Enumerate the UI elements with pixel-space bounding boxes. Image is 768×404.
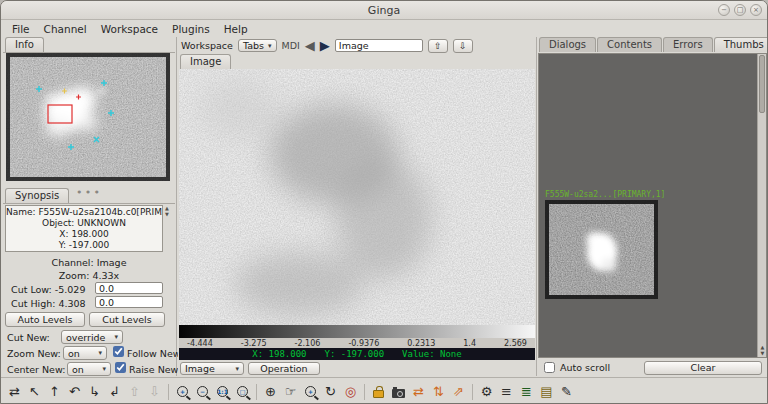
swap-axes-icon[interactable]: ⇗ — [449, 382, 468, 402]
window-maximize-button[interactable]: □ — [734, 4, 746, 16]
next-image-button[interactable]: ▶ — [320, 39, 330, 52]
channel-operation-bar: Image Operation — [178, 361, 536, 376]
pan-up-icon[interactable]: ↑ — [45, 382, 64, 402]
object-line: Object: UNKNOWN — [6, 218, 162, 229]
tab-info[interactable]: Info — [5, 37, 44, 52]
workspace-mode-select[interactable]: Tabs — [238, 39, 277, 52]
flip-vertical-icon[interactable]: ⇅ — [429, 382, 448, 402]
tab-thumbs[interactable]: Thumbs — [714, 37, 768, 52]
image-name-line: Name: F555W-u2sa2104b.c0[PRIMAR — [6, 207, 162, 218]
menu-channel[interactable]: Channel — [37, 22, 94, 36]
auto-levels-button[interactable]: Auto Levels — [5, 312, 85, 327]
take-tab-button[interactable]: ⇧ — [428, 39, 448, 53]
cut-levels-button[interactable]: Cut Levels — [89, 312, 165, 327]
tab-synopsis[interactable]: Synopsis — [5, 188, 69, 203]
camera-icon[interactable] — [389, 382, 408, 402]
auto-scroll-checkbox[interactable] — [544, 362, 555, 373]
preferences-icon[interactable]: ≡ — [497, 382, 516, 402]
tab-image-channel[interactable]: Image — [180, 54, 231, 69]
thumbs-scroll-arrows[interactable]: ▲▼ — [758, 344, 767, 356]
cut-high-input[interactable] — [95, 296, 163, 308]
colorbar-ticks: -4.444-3.275-2.106-0.93760.23131.42.569 — [179, 338, 535, 348]
cut-new-select[interactable]: override — [61, 330, 123, 344]
bottom-toolbar: ⇄↖↑↶↳↲⇧⇩+−1:1□⊕☞+↻◎⇄⇅⇗⚙≡≣▤✎ — [1, 377, 768, 404]
image-canvas[interactable] — [179, 69, 535, 325]
thumbnail-label: F555W-u2sa2...[PRIMARY,1] — [545, 190, 665, 199]
center-new-select[interactable]: on — [67, 362, 111, 376]
put-tab-button[interactable]: ⇩ — [453, 39, 473, 53]
info-pan-preview[interactable] — [6, 53, 170, 181]
redo-pan-icon[interactable]: ↳ — [85, 382, 104, 402]
status-x: X: 198.000 — [252, 349, 306, 359]
menu-plugins[interactable]: Plugins — [165, 22, 217, 36]
operation-button[interactable]: Operation — [248, 362, 320, 375]
right-splitter[interactable] — [536, 37, 537, 376]
rotate-icon[interactable]: ↻ — [321, 382, 340, 402]
left-splitter[interactable] — [176, 37, 177, 376]
window-controls: − □ × — [718, 4, 762, 16]
tag-icon[interactable]: ▤ — [537, 382, 556, 402]
zoom-out-icon[interactable]: − — [193, 382, 212, 402]
center-new-label: Center New: — [7, 364, 65, 375]
zoom-1to1-icon[interactable]: 1:1 — [213, 382, 232, 402]
clear-button[interactable]: Clear — [644, 361, 762, 375]
pan-to-origin-icon[interactable]: ↖ — [25, 382, 44, 402]
follow-new-label: Follow New — [127, 348, 181, 359]
workspace-bar: Workspace Tabs MDI ◀ ▶ ⇧ ⇩ — [178, 37, 536, 54]
center-panel: Workspace Tabs MDI ◀ ▶ ⇧ ⇩ Image — [178, 37, 536, 376]
layers-icon[interactable]: ≣ — [517, 382, 536, 402]
pan-icon[interactable]: ⇄ — [5, 382, 24, 402]
cut-new-label: Cut New: — [7, 332, 50, 343]
window-close-button[interactable]: × — [750, 4, 762, 16]
status-value: Value: None — [402, 349, 462, 359]
zoom-fit-icon[interactable]: □ — [233, 382, 252, 402]
y-coordinate-line: Y: -197.000 — [6, 240, 162, 251]
tab-dialogs[interactable]: Dialogs — [539, 37, 596, 52]
free-pan-icon[interactable]: + — [301, 382, 320, 402]
pan-hand-icon[interactable]: ☞ — [281, 382, 300, 402]
right-tabbar: DialogsContentsErrorsThumbs — [539, 37, 768, 52]
colorbar-tick: -2.106 — [295, 339, 321, 348]
flip-horizontal-icon[interactable]: ⇄ — [409, 382, 428, 402]
colorbar-tick: 0.2313 — [407, 339, 435, 348]
synopsis-scroll-arrows[interactable]: ▲▼ — [165, 205, 169, 217]
titlebar[interactable]: Ginga − □ × — [1, 1, 767, 20]
edit-icon[interactable]: ✎ — [557, 382, 576, 402]
zoom-line: Zoom: 4.33x — [3, 270, 175, 281]
window-minimize-button[interactable]: − — [718, 4, 730, 16]
menu-file[interactable]: File — [5, 22, 37, 36]
next-image-icon: ⇩ — [145, 382, 164, 402]
menu-help[interactable]: Help — [217, 22, 255, 36]
thumbs-pane: F555W-u2sa2...[PRIMARY,1] ▲▼ — [538, 53, 767, 358]
synopsis-box: Name: F555W-u2sa2104b.c0[PRIMAR Object: … — [5, 205, 163, 252]
colorbar[interactable] — [179, 325, 535, 338]
pan-history-icon[interactable]: ↲ — [105, 382, 124, 402]
center-image-icon[interactable]: ⊕ — [261, 382, 280, 402]
lock-icon[interactable] — [369, 382, 388, 402]
colorbar-tick: -0.9376 — [348, 339, 379, 348]
channel-name-input[interactable] — [335, 39, 423, 52]
prev-image-button[interactable]: ◀ — [305, 39, 315, 52]
menu-workspace[interactable]: Workspace — [94, 22, 165, 36]
follow-new-checkbox[interactable] — [113, 346, 124, 357]
cut-low-input[interactable] — [95, 282, 163, 294]
raise-new-checkbox[interactable] — [115, 362, 126, 373]
restore-orientation-icon[interactable]: ◎ — [341, 382, 360, 402]
thumbs-scrollbar-thumb[interactable] — [759, 55, 765, 113]
undo-pan-icon[interactable]: ↶ — [65, 382, 84, 402]
window-title: Ginga — [368, 4, 400, 17]
thumbs-scrollbar[interactable]: ▲▼ — [757, 54, 766, 357]
zoom-new-select[interactable]: on — [63, 346, 107, 360]
toolbar-separator — [168, 384, 169, 400]
toolbar-separator — [256, 384, 257, 400]
thumbs-bottom-bar: Auto scroll Clear — [538, 359, 767, 376]
settings-gear-icon[interactable]: ⚙ — [477, 382, 496, 402]
info-pan-preview-image — [6, 53, 170, 181]
channel-select[interactable]: Image — [180, 362, 244, 375]
ginga-window: Ginga − □ × FileChannelWorkspacePluginsH… — [0, 0, 768, 404]
tab-contents[interactable]: Contents — [597, 37, 662, 52]
workspace-mode-value: Tabs — [243, 40, 264, 51]
zoom-in-icon[interactable]: + — [173, 382, 192, 402]
thumbnail-item[interactable] — [545, 200, 658, 299]
tab-errors[interactable]: Errors — [663, 37, 713, 52]
